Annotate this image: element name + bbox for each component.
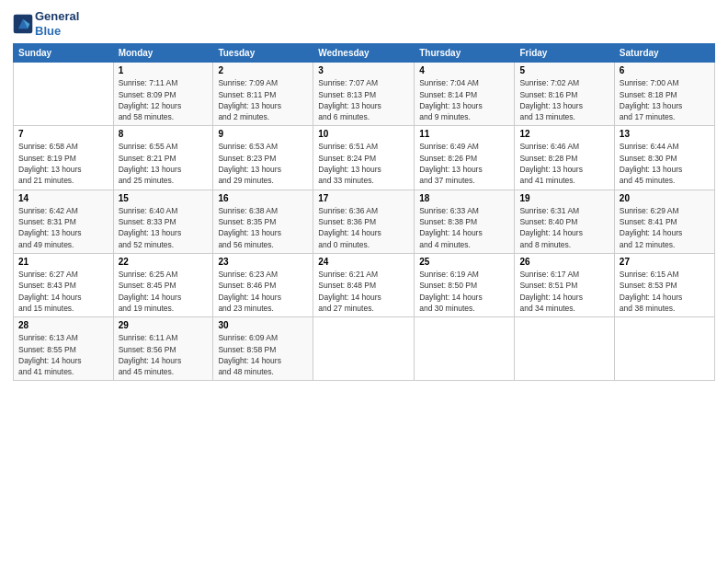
page: General Blue SundayMondayTuesdayWednesda… <box>0 0 728 563</box>
day-info: Sunrise: 7:09 AM Sunset: 8:11 PM Dayligh… <box>218 77 308 122</box>
day-info: Sunrise: 6:23 AM Sunset: 8:46 PM Dayligh… <box>218 269 308 314</box>
day-info: Sunrise: 7:02 AM Sunset: 8:16 PM Dayligh… <box>519 77 609 122</box>
calendar-cell: 12Sunrise: 6:46 AM Sunset: 8:28 PM Dayli… <box>515 126 614 190</box>
calendar-cell <box>415 317 515 381</box>
day-info: Sunrise: 6:42 AM Sunset: 8:31 PM Dayligh… <box>18 205 108 250</box>
day-number: 29 <box>119 320 209 330</box>
day-info: Sunrise: 7:00 AM Sunset: 8:18 PM Dayligh… <box>620 77 710 122</box>
calendar-cell: 14Sunrise: 6:42 AM Sunset: 8:31 PM Dayli… <box>14 190 114 253</box>
calendar-cell: 4Sunrise: 7:04 AM Sunset: 8:14 PM Daylig… <box>415 63 515 126</box>
calendar-cell: 27Sunrise: 6:15 AM Sunset: 8:53 PM Dayli… <box>614 253 714 316</box>
calendar-cell: 3Sunrise: 7:07 AM Sunset: 8:13 PM Daylig… <box>313 63 415 126</box>
calendar-cell: 30Sunrise: 6:09 AM Sunset: 8:58 PM Dayli… <box>213 317 313 381</box>
day-number: 21 <box>18 257 108 267</box>
calendar-cell: 26Sunrise: 6:17 AM Sunset: 8:51 PM Dayli… <box>515 253 614 316</box>
calendar-cell: 25Sunrise: 6:19 AM Sunset: 8:50 PM Dayli… <box>415 253 515 316</box>
calendar-cell: 23Sunrise: 6:23 AM Sunset: 8:46 PM Dayli… <box>213 253 313 316</box>
day-info: Sunrise: 6:21 AM Sunset: 8:48 PM Dayligh… <box>318 269 409 314</box>
day-info: Sunrise: 6:38 AM Sunset: 8:35 PM Dayligh… <box>218 205 308 250</box>
calendar-cell: 18Sunrise: 6:33 AM Sunset: 8:38 PM Dayli… <box>415 190 515 253</box>
day-info: Sunrise: 6:40 AM Sunset: 8:33 PM Dayligh… <box>119 205 209 250</box>
day-info: Sunrise: 6:53 AM Sunset: 8:23 PM Dayligh… <box>218 141 308 186</box>
day-number: 19 <box>519 193 609 203</box>
calendar-cell <box>515 317 614 381</box>
calendar-cell: 8Sunrise: 6:55 AM Sunset: 8:21 PM Daylig… <box>113 126 213 190</box>
weekday-header: Wednesday <box>313 44 415 63</box>
calendar-cell <box>614 317 714 381</box>
day-number: 20 <box>620 193 710 203</box>
day-info: Sunrise: 7:07 AM Sunset: 8:13 PM Dayligh… <box>318 77 409 122</box>
day-number: 1 <box>119 65 209 75</box>
calendar-cell: 20Sunrise: 6:29 AM Sunset: 8:41 PM Dayli… <box>614 190 714 253</box>
day-number: 25 <box>419 257 509 267</box>
day-number: 5 <box>519 65 609 75</box>
day-number: 15 <box>119 193 209 203</box>
calendar-table: SundayMondayTuesdayWednesdayThursdayFrid… <box>13 43 715 381</box>
calendar-cell: 11Sunrise: 6:49 AM Sunset: 8:26 PM Dayli… <box>415 126 515 190</box>
logo-icon <box>13 14 33 34</box>
calendar-week-row: 7Sunrise: 6:58 AM Sunset: 8:19 PM Daylig… <box>14 126 715 190</box>
calendar-cell: 10Sunrise: 6:51 AM Sunset: 8:24 PM Dayli… <box>313 126 415 190</box>
calendar-cell: 19Sunrise: 6:31 AM Sunset: 8:40 PM Dayli… <box>515 190 614 253</box>
day-number: 28 <box>18 320 108 330</box>
day-number: 4 <box>419 65 509 75</box>
day-number: 30 <box>218 320 308 330</box>
calendar-cell: 21Sunrise: 6:27 AM Sunset: 8:43 PM Dayli… <box>14 253 114 316</box>
day-number: 22 <box>119 257 209 267</box>
calendar-cell: 5Sunrise: 7:02 AM Sunset: 8:16 PM Daylig… <box>515 63 614 126</box>
day-info: Sunrise: 6:11 AM Sunset: 8:56 PM Dayligh… <box>119 332 209 377</box>
day-info: Sunrise: 6:58 AM Sunset: 8:19 PM Dayligh… <box>18 141 108 186</box>
day-info: Sunrise: 6:17 AM Sunset: 8:51 PM Dayligh… <box>519 269 609 314</box>
day-number: 14 <box>18 193 108 203</box>
day-info: Sunrise: 6:31 AM Sunset: 8:40 PM Dayligh… <box>519 205 609 250</box>
calendar-cell: 1Sunrise: 7:11 AM Sunset: 8:09 PM Daylig… <box>113 63 213 126</box>
day-info: Sunrise: 6:49 AM Sunset: 8:26 PM Dayligh… <box>419 141 509 186</box>
day-info: Sunrise: 6:27 AM Sunset: 8:43 PM Dayligh… <box>18 269 108 314</box>
day-info: Sunrise: 6:19 AM Sunset: 8:50 PM Dayligh… <box>419 269 509 314</box>
calendar-cell: 29Sunrise: 6:11 AM Sunset: 8:56 PM Dayli… <box>113 317 213 381</box>
day-number: 13 <box>620 129 710 139</box>
calendar-week-row: 14Sunrise: 6:42 AM Sunset: 8:31 PM Dayli… <box>14 190 715 253</box>
day-info: Sunrise: 6:33 AM Sunset: 8:38 PM Dayligh… <box>419 205 509 250</box>
weekday-header: Saturday <box>614 44 714 63</box>
day-info: Sunrise: 6:15 AM Sunset: 8:53 PM Dayligh… <box>620 269 710 314</box>
calendar-cell: 7Sunrise: 6:58 AM Sunset: 8:19 PM Daylig… <box>14 126 114 190</box>
day-info: Sunrise: 6:51 AM Sunset: 8:24 PM Dayligh… <box>318 141 409 186</box>
day-number: 12 <box>519 129 609 139</box>
calendar-week-row: 21Sunrise: 6:27 AM Sunset: 8:43 PM Dayli… <box>14 253 715 316</box>
weekday-header: Sunday <box>14 44 114 63</box>
calendar-cell: 15Sunrise: 6:40 AM Sunset: 8:33 PM Dayli… <box>113 190 213 253</box>
calendar-week-row: 1Sunrise: 7:11 AM Sunset: 8:09 PM Daylig… <box>14 63 715 126</box>
day-info: Sunrise: 6:44 AM Sunset: 8:30 PM Dayligh… <box>620 141 710 186</box>
header-row: SundayMondayTuesdayWednesdayThursdayFrid… <box>14 44 715 63</box>
logo: General Blue <box>13 9 79 38</box>
calendar-cell: 22Sunrise: 6:25 AM Sunset: 8:45 PM Dayli… <box>113 253 213 316</box>
calendar-cell: 16Sunrise: 6:38 AM Sunset: 8:35 PM Dayli… <box>213 190 313 253</box>
weekday-header: Friday <box>515 44 614 63</box>
day-number: 24 <box>318 257 409 267</box>
day-number: 8 <box>119 129 209 139</box>
calendar-cell: 6Sunrise: 7:00 AM Sunset: 8:18 PM Daylig… <box>614 63 714 126</box>
day-number: 18 <box>419 193 509 203</box>
day-info: Sunrise: 6:55 AM Sunset: 8:21 PM Dayligh… <box>119 141 209 186</box>
header: General Blue <box>13 9 715 38</box>
day-number: 9 <box>218 129 308 139</box>
calendar-cell: 17Sunrise: 6:36 AM Sunset: 8:36 PM Dayli… <box>313 190 415 253</box>
calendar-cell: 9Sunrise: 6:53 AM Sunset: 8:23 PM Daylig… <box>213 126 313 190</box>
calendar-cell <box>14 63 114 126</box>
day-info: Sunrise: 6:46 AM Sunset: 8:28 PM Dayligh… <box>519 141 609 186</box>
day-number: 26 <box>519 257 609 267</box>
day-info: Sunrise: 6:13 AM Sunset: 8:55 PM Dayligh… <box>18 332 108 377</box>
day-info: Sunrise: 6:25 AM Sunset: 8:45 PM Dayligh… <box>119 269 209 314</box>
day-number: 3 <box>318 65 409 75</box>
calendar-week-row: 28Sunrise: 6:13 AM Sunset: 8:55 PM Dayli… <box>14 317 715 381</box>
weekday-header: Tuesday <box>213 44 313 63</box>
logo-text: General Blue <box>35 9 79 38</box>
day-info: Sunrise: 7:11 AM Sunset: 8:09 PM Dayligh… <box>119 77 209 122</box>
weekday-header: Monday <box>113 44 213 63</box>
day-number: 27 <box>620 257 710 267</box>
day-number: 6 <box>620 65 710 75</box>
calendar-cell: 24Sunrise: 6:21 AM Sunset: 8:48 PM Dayli… <box>313 253 415 316</box>
day-info: Sunrise: 6:29 AM Sunset: 8:41 PM Dayligh… <box>620 205 710 250</box>
calendar-cell: 2Sunrise: 7:09 AM Sunset: 8:11 PM Daylig… <box>213 63 313 126</box>
